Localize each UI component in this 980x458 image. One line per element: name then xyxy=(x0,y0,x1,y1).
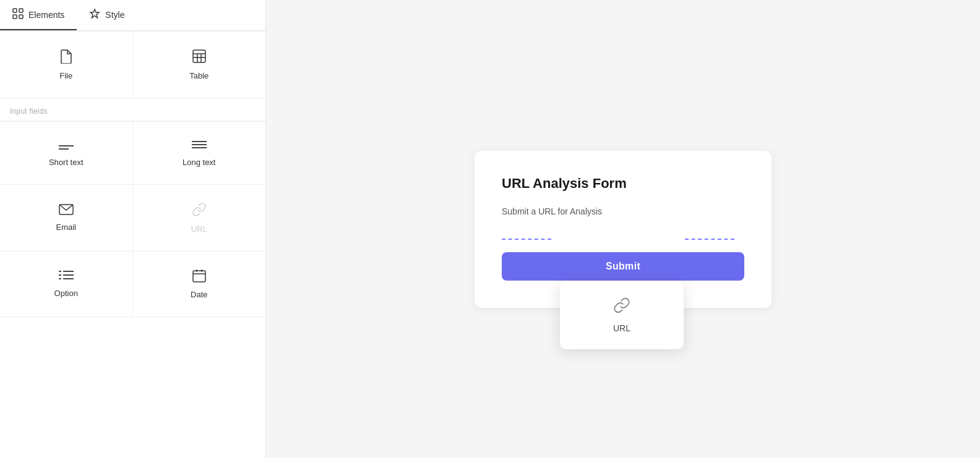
element-item-option[interactable]: Option xyxy=(0,252,133,317)
element-item-short-text-label: Short text xyxy=(49,158,84,167)
element-item-date[interactable]: Date xyxy=(133,252,266,317)
element-item-table-label: Table xyxy=(189,71,208,80)
form-card: URL Analysis Form Submit a URL for Analy… xyxy=(475,151,772,308)
sidebar-header: Elements Style xyxy=(0,0,265,31)
element-item-file[interactable]: File xyxy=(0,32,133,98)
submit-button[interactable]: Submit xyxy=(502,252,744,281)
element-item-table[interactable]: Table xyxy=(133,32,266,98)
tab-elements-label: Elements xyxy=(28,10,64,20)
date-icon xyxy=(192,269,206,285)
tab-style-label: Style xyxy=(105,10,124,20)
tab-style[interactable]: Style xyxy=(77,0,137,30)
form-label: Submit a URL for Analysis xyxy=(502,206,744,216)
file-icon xyxy=(59,49,74,66)
email-icon xyxy=(59,204,74,218)
element-item-email[interactable]: Email xyxy=(0,185,133,252)
element-item-long-text-label: Long text xyxy=(183,158,216,167)
top-elements-grid: File Table xyxy=(0,31,265,98)
input-fields-grid: Short text Long text xyxy=(0,121,265,317)
url-icon xyxy=(192,202,207,219)
sidebar: Elements Style File xyxy=(0,0,266,458)
element-item-date-label: Date xyxy=(191,290,207,299)
url-tooltip-icon xyxy=(613,297,630,318)
style-icon xyxy=(89,8,100,22)
svg-rect-21 xyxy=(193,271,205,282)
svg-rect-1 xyxy=(19,9,23,12)
option-icon xyxy=(59,270,74,284)
element-item-short-text[interactable]: Short text xyxy=(0,122,133,185)
url-input-right[interactable] xyxy=(685,224,734,240)
long-text-icon xyxy=(192,139,207,153)
svg-rect-0 xyxy=(13,9,17,12)
svg-rect-2 xyxy=(13,15,17,19)
svg-rect-4 xyxy=(193,50,205,62)
elements-icon xyxy=(12,8,24,22)
form-title: URL Analysis Form xyxy=(502,176,744,192)
input-fields-section-label: Input fields xyxy=(0,98,265,121)
element-item-long-text[interactable]: Long text xyxy=(133,122,266,185)
element-item-option-label: Option xyxy=(54,289,78,298)
main-area: URL Analysis Form Submit a URL for Analy… xyxy=(266,0,980,458)
table-icon xyxy=(192,49,207,66)
svg-rect-3 xyxy=(19,15,23,19)
sidebar-content: File Table Input fields xyxy=(0,31,265,458)
form-input-row xyxy=(502,224,744,240)
element-item-email-label: Email xyxy=(56,223,76,232)
element-item-url-label: URL xyxy=(191,224,207,234)
element-item-file-label: File xyxy=(59,71,72,80)
url-tooltip-label: URL xyxy=(613,323,630,333)
tab-elements[interactable]: Elements xyxy=(0,0,77,30)
url-input-left[interactable] xyxy=(502,224,551,240)
short-text-icon xyxy=(59,139,74,153)
element-item-url[interactable]: URL xyxy=(133,185,266,252)
url-tooltip-card: URL xyxy=(560,281,684,349)
